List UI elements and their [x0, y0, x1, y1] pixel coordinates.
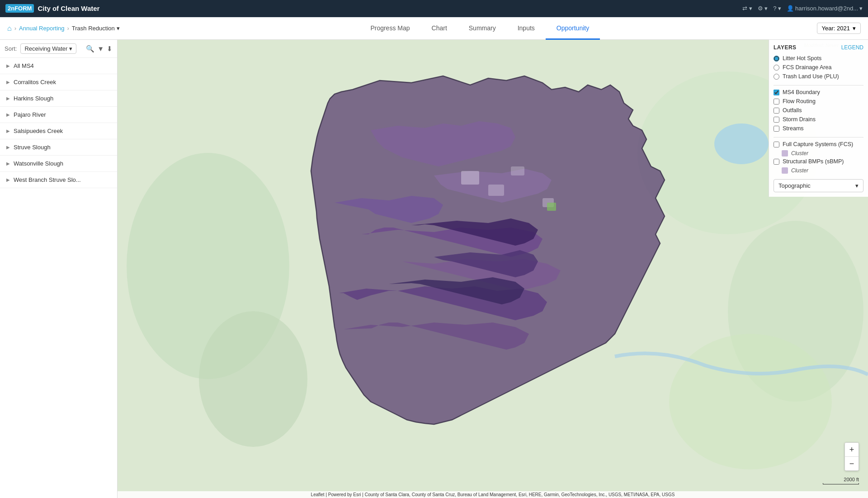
- filter-icon[interactable]: ▼: [97, 45, 104, 53]
- tab-progress-map[interactable]: Progress Map: [359, 17, 420, 40]
- nav-right: ⇄ ▾ ⚙ ▾ ? ▾ 👤 harrison.howard@2nd... ▾: [742, 5, 863, 12]
- breadcrumb: ⌂ › Annual Reporting › Trash Reduction ▾: [7, 24, 125, 33]
- year-selector[interactable]: Year: 2021 ▾: [817, 23, 861, 34]
- tab-opportunity[interactable]: Opportunity: [546, 17, 600, 40]
- settings-button[interactable]: ⚙ ▾: [758, 5, 768, 12]
- layer-fcs-drainage-area[interactable]: FCS Drainage Area: [774, 64, 863, 71]
- radio-layers-group: Litter Hot Spots FCS Drainage Area Trash…: [774, 55, 863, 80]
- main-content: Sort: Receiving Water ▾ 🔍 ▼ ⬇ ▶ All MS4 …: [0, 40, 868, 498]
- svg-rect-11: [547, 203, 556, 211]
- tabs-container: Progress Map Chart Summary Inputs Opport…: [143, 17, 817, 39]
- svg-rect-9: [511, 166, 524, 175]
- fcs-cluster-label: Cluster: [782, 150, 863, 157]
- layer-litter-hot-spots[interactable]: Litter Hot Spots: [774, 55, 863, 62]
- layer-divider-1: [774, 85, 863, 85]
- basemap-chevron-icon: ▾: [855, 182, 859, 189]
- tab-summary[interactable]: Summary: [458, 17, 507, 40]
- sidebar-item-struve-slough[interactable]: ▶ Struve Slough: [0, 139, 117, 156]
- basemap-selector[interactable]: Topographic ▾: [774, 179, 863, 192]
- sidebar-item-west-branch[interactable]: ▶ West Branch Struve Slo...: [0, 172, 117, 188]
- layer-storm-drains[interactable]: Storm Drains: [774, 116, 863, 123]
- svg-point-6: [714, 123, 769, 164]
- map-area[interactable]: Modified: Never Updated LAYERS LEGEND Li…: [118, 40, 868, 498]
- breadcrumb-annual-reporting[interactable]: Annual Reporting: [19, 25, 64, 32]
- tab-chart[interactable]: Chart: [421, 17, 458, 40]
- sidebar-icons: 🔍 ▼ ⬇: [86, 45, 113, 53]
- sidebar-item-corralitos-creek[interactable]: ▶ Corralitos Creek: [0, 74, 117, 90]
- expand-arrow: ▶: [6, 145, 10, 150]
- sync-button[interactable]: ⇄ ▾: [742, 5, 752, 12]
- svg-rect-7: [461, 171, 479, 185]
- svg-point-5: [669, 334, 832, 470]
- expand-arrow: ▶: [6, 96, 10, 101]
- layer-flow-routing[interactable]: Flow Routing: [774, 98, 863, 104]
- layer-outfalls[interactable]: Outfalls: [774, 107, 863, 114]
- checkbox-layers-group: MS4 Boundary Flow Routing Outfalls Storm…: [774, 89, 863, 132]
- expand-arrow: ▶: [6, 128, 10, 133]
- layers-header: LAYERS LEGEND: [774, 44, 863, 51]
- layers-title: LAYERS: [774, 44, 797, 51]
- sidebar-item-salsipuedes-creek[interactable]: ▶ Salsipuedes Creek: [0, 123, 117, 139]
- sbmp-cluster-swatch: [782, 167, 788, 174]
- logo-icon: 2nFORM: [5, 4, 34, 13]
- svg-rect-8: [488, 185, 504, 196]
- fcs-cluster-swatch: [782, 150, 788, 157]
- sidebar-item-all-ms4[interactable]: ▶ All MS4: [0, 58, 117, 74]
- home-icon[interactable]: ⌂: [7, 24, 12, 33]
- map-overlay-svg: [118, 40, 868, 498]
- zoom-out-button[interactable]: −: [845, 457, 859, 470]
- legend-button[interactable]: LEGEND: [841, 44, 863, 51]
- help-button[interactable]: ? ▾: [773, 5, 781, 12]
- layer-streams[interactable]: Streams: [774, 125, 863, 132]
- expand-arrow: ▶: [6, 177, 10, 182]
- sbmp-cluster-label: Cluster: [782, 167, 863, 174]
- sort-label: Sort:: [5, 45, 17, 52]
- sidebar-item-pajaro-river[interactable]: ▶ Pajaro River: [0, 107, 117, 123]
- zoom-in-button[interactable]: +: [845, 443, 859, 456]
- layer-fcs-cluster-radio[interactable]: Full Capture Systems (FCS): [774, 141, 863, 147]
- sidebar-list: ▶ All MS4 ▶ Corralitos Creek ▶ Harkins S…: [0, 58, 117, 498]
- zoom-controls: + −: [844, 442, 859, 471]
- tab-bar: ⌂ › Annual Reporting › Trash Reduction ▾…: [0, 17, 868, 40]
- logo-area: 2nFORM City of Clean Water: [5, 4, 99, 13]
- sidebar: Sort: Receiving Water ▾ 🔍 ▼ ⬇ ▶ All MS4 …: [0, 40, 118, 498]
- scale-bar: 2000 ft: [823, 477, 859, 484]
- expand-arrow: ▶: [6, 161, 10, 166]
- user-menu[interactable]: 👤 harrison.howard@2nd... ▾: [787, 5, 863, 12]
- expand-arrow: ▶: [6, 112, 10, 117]
- layer-ms4-boundary[interactable]: MS4 Boundary: [774, 89, 863, 95]
- map-attribution: Leaflet | Powered by Esri | County of Sa…: [118, 491, 868, 498]
- cluster-layers-group: Full Capture Systems (FCS) Cluster Struc…: [774, 141, 863, 174]
- sidebar-toolbar: Sort: Receiving Water ▾ 🔍 ▼ ⬇: [0, 40, 117, 58]
- layer-divider-2: [774, 137, 863, 138]
- scale-line: [823, 483, 859, 484]
- top-navigation: 2nFORM City of Clean Water ⇄ ▾ ⚙ ▾ ? ▾ 👤…: [0, 0, 868, 17]
- expand-arrow: ▶: [6, 63, 10, 68]
- search-icon[interactable]: 🔍: [86, 45, 94, 53]
- download-icon[interactable]: ⬇: [107, 45, 113, 53]
- layer-trash-land-use[interactable]: Trash Land Use (PLU): [774, 73, 863, 80]
- svg-point-2: [199, 311, 307, 447]
- breadcrumb-trash-reduction[interactable]: Trash Reduction ▾: [72, 25, 120, 32]
- layers-panel: LAYERS LEGEND Litter Hot Spots FCS Drain…: [769, 40, 868, 197]
- expand-arrow: ▶: [6, 80, 10, 85]
- app-name: City of Clean Water: [38, 5, 99, 12]
- sidebar-item-harkins-slough[interactable]: ▶ Harkins Slough: [0, 90, 117, 107]
- sidebar-item-watsonville-slough[interactable]: ▶ Watsonville Slough: [0, 156, 117, 172]
- layer-sbmp-cluster-radio[interactable]: Structural BMPs (sBMP): [774, 158, 863, 165]
- tab-inputs[interactable]: Inputs: [507, 17, 546, 40]
- sort-select[interactable]: Receiving Water ▾: [20, 43, 76, 54]
